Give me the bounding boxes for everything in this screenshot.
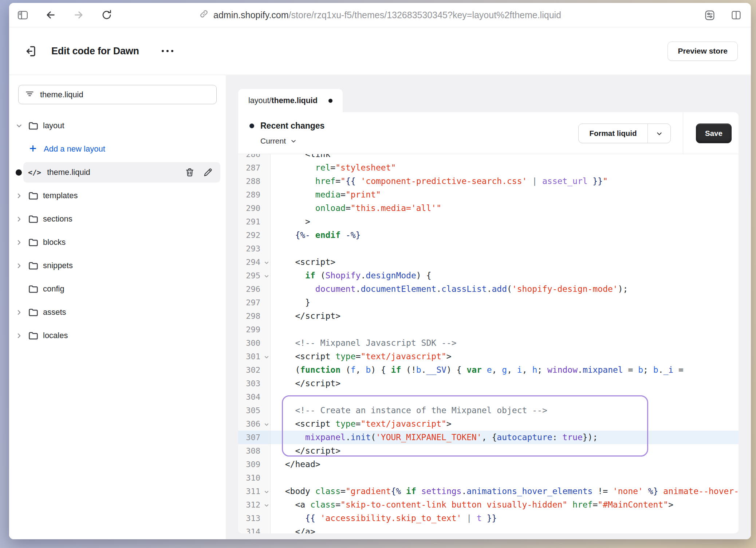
sidebar-item-assets[interactable]: assets [9,301,226,324]
chevron-right-icon[interactable] [15,192,28,200]
format-liquid-button[interactable]: Format liquid [578,124,671,143]
url-domain: admin.shopify.com [213,10,289,20]
sidebar-item-blocks[interactable]: blocks [9,231,226,254]
sidebar-item-snippets[interactable]: snippets [9,254,226,277]
chevron-right-icon[interactable] [15,309,28,316]
code-line-308[interactable]: 308 </script> [238,444,739,458]
sidebar-item-theme-liquid[interactable]: </>theme.liquid [9,161,226,184]
sidebar-item-templates[interactable]: templates [9,184,226,207]
code-line-302[interactable]: 302 (function (f, b) { if (!b.__SV) { va… [238,363,739,377]
line-number: 289 [238,188,271,201]
code-line-294[interactable]: 294 <script> [238,255,739,269]
fold-chevron-icon[interactable] [264,498,269,512]
folder-icon [28,120,43,132]
code-line-300[interactable]: 300 <!-- Mixpanel Javascript SDK --> [238,336,739,350]
code-text: <!-- Create an instance of the Mixpanel … [271,404,739,417]
code-line-313[interactable]: 313 {{ 'accessibility.skip_to_text' | t … [238,512,739,525]
reload-icon[interactable] [101,9,113,21]
add-new-layout-button[interactable]: Add a new layout [9,137,226,161]
code-line-306[interactable]: 306 <script type="text/javascript"> [238,417,739,431]
exit-editor-icon[interactable] [22,43,38,59]
version-dropdown[interactable]: Current [260,137,297,145]
line-number: 296 [238,282,271,296]
code-line-301[interactable]: 301 <script type="text/javascript"> [238,350,739,363]
line-number: 309 [238,458,271,471]
line-number: 307 [238,431,271,444]
folder-label: config [43,284,64,294]
code-line-292[interactable]: 292 {%- endif -%} [238,228,739,242]
code-line-305[interactable]: 305 <!-- Create an instance of the Mixpa… [238,404,739,417]
code-line-286[interactable]: 286 <link [238,154,739,161]
url-bar[interactable]: admin.shopify.com/store/rzq1xu-f5/themes… [199,9,561,21]
sidebar-item-sections[interactable]: sections [9,207,226,231]
chevron-right-icon[interactable] [15,215,28,223]
split-view-icon[interactable] [730,9,742,21]
code-line-295[interactable]: 295 if (Shopify.designMode) { [238,269,739,282]
preview-store-button[interactable]: Preview store [668,42,738,61]
code-line-303[interactable]: 303 </script> [238,377,739,390]
folder-icon [28,283,43,295]
line-number: 298 [238,309,271,323]
folder-icon [28,330,43,341]
fold-chevron-icon[interactable] [264,269,269,283]
browser-toolbar: admin.shopify.com/store/rzq1xu-f5/themes… [9,3,751,27]
fold-chevron-icon[interactable] [264,256,269,269]
code-line-307[interactable]: 307 mixpanel.init('YOUR_MIXPANEL_TOKEN',… [238,431,739,444]
code-line-304[interactable]: 304 [238,390,739,404]
line-number: 312 [238,498,271,512]
chevron-right-icon[interactable] [15,332,28,340]
file-sidebar: layoutAdd a new layout</>theme.liquidtem… [9,75,226,539]
line-number: 295 [238,269,271,282]
sidebar-item-layout[interactable]: layout [9,114,226,137]
fold-chevron-icon[interactable] [264,485,269,498]
code-line-312[interactable]: 312 <a class="skip-to-content-link butto… [238,498,739,512]
code-text [271,242,739,255]
code-line-309[interactable]: 309 </head> [238,458,739,471]
code-line-289[interactable]: 289 media="print" [238,188,739,201]
code-line-299[interactable]: 299 [238,323,739,336]
page-settings-icon[interactable] [704,9,716,21]
code-line-296[interactable]: 296 document.documentElement.classList.a… [238,282,739,296]
code-file-icon: </> [28,168,41,177]
line-number: 288 [238,175,271,188]
search-input[interactable] [40,90,210,99]
format-options-chevron-icon[interactable] [648,124,670,143]
code-line-310[interactable]: 310 [238,471,739,485]
fold-chevron-icon[interactable] [264,418,269,431]
code-line-314[interactable]: 314 </a> [238,525,739,533]
chevron-down-icon[interactable] [15,122,28,130]
save-button[interactable]: Save [696,124,732,143]
code-text: <link [271,154,739,161]
sidebar-toggle-icon[interactable] [16,9,29,21]
code-line-290[interactable]: 290 onload="this.media='all'" [238,201,739,215]
folder-icon [28,190,43,201]
recent-changes-dot [249,124,254,128]
code-line-291[interactable]: 291 > [238,215,739,228]
tab-label: layout/theme.liquid [248,96,318,105]
code-line-297[interactable]: 297 } [238,296,739,309]
code-line-298[interactable]: 298 </script> [238,309,739,323]
code-line-293[interactable]: 293 [238,242,739,255]
sidebar-item-config[interactable]: config [9,277,226,301]
code-editor[interactable]: 286 <link287 rel="stylesheet"288 href="{… [238,154,739,533]
code-text: document.documentElement.classList.add('… [271,282,739,296]
rename-file-icon[interactable] [203,167,213,177]
fold-chevron-icon[interactable] [264,350,269,364]
sidebar-item-locales[interactable]: locales [9,324,226,347]
more-actions-icon[interactable] [158,46,177,56]
forward-icon[interactable] [72,9,85,21]
chevron-right-icon[interactable] [15,262,28,270]
code-line-287[interactable]: 287 rel="stylesheet" [238,161,739,175]
line-number: 301 [238,350,271,363]
editor-header: Recent changes Current Format liquid [238,112,739,154]
code-line-288[interactable]: 288 href="{{ 'component-predictive-searc… [238,175,739,188]
chevron-right-icon[interactable] [15,239,28,246]
tab-theme-liquid[interactable]: layout/theme.liquid [238,89,343,112]
code-line-311[interactable]: 311 <body class="gradient{% if settings.… [238,485,739,498]
folder-label: locales [43,331,68,340]
code-text: {{ 'accessibility.skip_to_text' | t }} [271,512,739,525]
folder-label: blocks [43,238,66,247]
delete-file-icon[interactable] [185,167,195,177]
back-icon[interactable] [44,9,57,21]
folder-label: sections [43,214,72,224]
